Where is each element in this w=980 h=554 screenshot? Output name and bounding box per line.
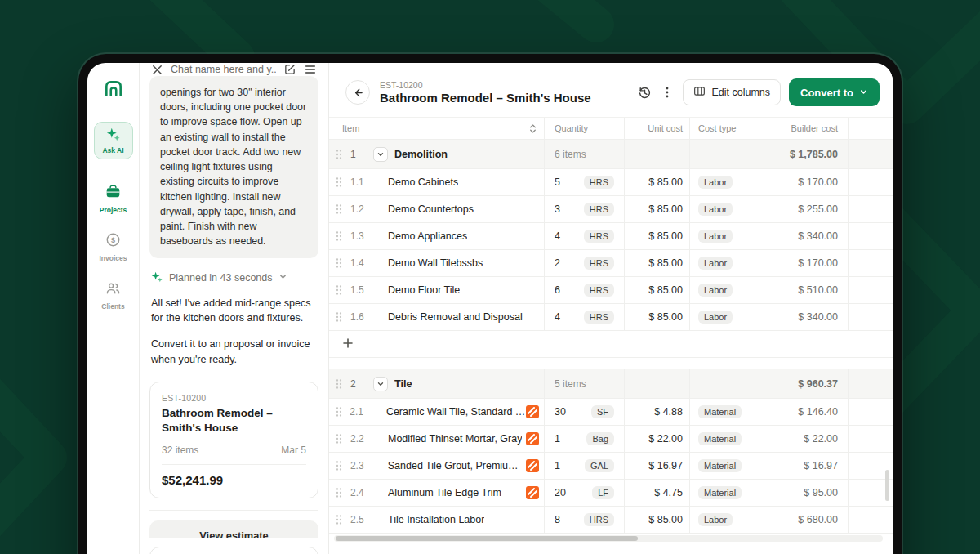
cost-type-badge[interactable]: Labor	[698, 176, 733, 189]
item-name[interactable]: Ceramic Wall Tile, Standard G…	[386, 406, 526, 418]
unit-cost-value[interactable]: $ 85.00	[648, 203, 683, 215]
unit-badge[interactable]: HRS	[584, 284, 614, 297]
vendor-icon[interactable]	[526, 459, 539, 472]
unit-cost-value[interactable]: $ 4.88	[654, 406, 683, 418]
vertical-scrollbar-thumb[interactable]	[885, 470, 889, 501]
unit-cost-value[interactable]: $ 85.00	[648, 311, 683, 323]
unit-cost-value[interactable]: $ 85.00	[648, 514, 683, 525]
view-estimate-button[interactable]: View estimate	[149, 520, 318, 538]
drag-handle-icon[interactable]	[336, 149, 347, 160]
back-button[interactable]	[345, 80, 370, 105]
cost-type-badge[interactable]: Labor	[698, 311, 733, 324]
cost-type-badge[interactable]: Material	[698, 459, 742, 472]
item-name[interactable]: Demo Cabinets	[388, 176, 458, 188]
item-name[interactable]: Demo Wall Tilebssbs	[388, 257, 483, 269]
table-row[interactable]: 2.2 Modified Thinset Mortar, Gray 1 Bag …	[329, 426, 893, 453]
sidebar-item-projects[interactable]: Projects	[100, 184, 127, 214]
vendor-icon[interactable]	[526, 486, 539, 499]
table-row[interactable]: 2.1 Ceramic Wall Tile, Standard G… 30 SF…	[329, 399, 893, 426]
convert-to-button[interactable]: Convert to	[789, 78, 880, 106]
unit-badge[interactable]: SF	[591, 405, 614, 418]
quantity-value[interactable]: 4	[555, 230, 560, 242]
cost-type-badge[interactable]: Material	[698, 486, 742, 499]
cost-type-badge[interactable]: Material	[698, 405, 742, 418]
edit-columns-button[interactable]: Edit columns	[683, 79, 781, 105]
unit-badge[interactable]: Bag	[586, 432, 614, 445]
quantity-value[interactable]: 2	[555, 257, 560, 269]
unit-badge[interactable]: LF	[592, 486, 614, 499]
drag-handle-icon[interactable]	[336, 514, 347, 525]
unit-badge[interactable]: HRS	[584, 176, 614, 189]
sidebar-item-invoices[interactable]: $ Invoices	[99, 232, 127, 262]
column-header-unit-cost[interactable]: Unit cost	[648, 123, 683, 133]
quantity-value[interactable]: 1	[555, 460, 560, 471]
drag-handle-icon[interactable]	[336, 311, 347, 323]
column-header-quantity[interactable]: Quantity	[555, 123, 588, 133]
cost-type-badge[interactable]: Labor	[698, 257, 733, 270]
drag-handle-icon[interactable]	[336, 460, 347, 471]
table-row[interactable]: 2.4 Aluminum Tile Edge Trim 20 LF $ 4.75…	[329, 480, 893, 507]
drag-handle-icon[interactable]	[336, 378, 347, 390]
table-row[interactable]: 1.4 Demo Wall Tilebssbs 2 HRS $ 85.00 La…	[329, 250, 893, 277]
vendor-icon[interactable]	[526, 405, 539, 418]
unit-badge[interactable]: HRS	[584, 311, 614, 324]
close-icon[interactable]	[151, 64, 163, 76]
column-header-item[interactable]: Item	[342, 123, 359, 133]
unit-cost-value[interactable]: $ 22.00	[648, 433, 683, 445]
item-name[interactable]: Debris Removal and Disposal	[388, 311, 523, 323]
quantity-value[interactable]: 4	[555, 311, 560, 323]
unit-badge[interactable]: GAL	[585, 459, 614, 472]
unit-cost-value[interactable]: $ 85.00	[648, 284, 683, 296]
horizontal-scrollbar[interactable]	[334, 535, 883, 542]
sidebar-item-ask-ai[interactable]: Ask AI	[94, 122, 133, 159]
table-row[interactable]: 2.5 Tile Installation Labor 8 HRS $ 85.0…	[329, 507, 893, 534]
table-row[interactable]: 2.3 Sanded Tile Grout, Premium… 1 GAL $ …	[329, 453, 893, 480]
ask-ai-input[interactable]: Ask Handoff AI	[149, 547, 318, 554]
table-row[interactable]: 1.6 Debris Removal and Disposal 4 HRS $ …	[329, 304, 893, 331]
add-item-row[interactable]	[329, 331, 893, 358]
item-name[interactable]: Aluminum Tile Edge Trim	[388, 487, 501, 498]
unit-cost-value[interactable]: $ 16.97	[648, 460, 683, 471]
cost-type-badge[interactable]: Labor	[698, 203, 733, 216]
drag-handle-icon[interactable]	[336, 406, 346, 418]
horizontal-scrollbar-thumb[interactable]	[336, 536, 638, 541]
column-header-cost-type[interactable]: Cost type	[698, 123, 736, 133]
unit-badge[interactable]: HRS	[584, 230, 614, 243]
sidebar-item-clients[interactable]: Clients	[101, 280, 124, 311]
item-name[interactable]: Tile Installation Labor	[388, 514, 484, 525]
table-row[interactable]: 1.3 Demo Appliances 4 HRS $ 85.00 Labor …	[329, 223, 893, 250]
app-logo-icon[interactable]	[103, 78, 124, 102]
quantity-value[interactable]: 3	[555, 203, 560, 215]
item-name[interactable]: Demo Countertops	[388, 203, 474, 215]
unit-badge[interactable]: HRS	[584, 257, 614, 270]
chevron-down-icon[interactable]	[278, 272, 287, 284]
unit-cost-value[interactable]: $ 85.00	[648, 230, 683, 242]
vendor-icon[interactable]	[526, 432, 539, 445]
unit-cost-value[interactable]: $ 85.00	[648, 257, 683, 269]
item-name[interactable]: Demo Floor Tile	[388, 284, 460, 296]
unit-cost-value[interactable]: $ 4.75	[654, 487, 683, 498]
unit-cost-value[interactable]: $ 85.00	[648, 176, 683, 188]
history-icon[interactable]	[638, 86, 652, 100]
table-row[interactable]: 1.5 Demo Floor Tile 6 HRS $ 85.00 Labor …	[329, 277, 893, 304]
kebab-menu-icon[interactable]	[662, 86, 673, 99]
item-name[interactable]: Demo Appliances	[388, 230, 467, 242]
item-name[interactable]: Sanded Tile Grout, Premium…	[388, 460, 526, 471]
quantity-value[interactable]: 8	[555, 514, 560, 525]
cost-type-badge[interactable]: Labor	[698, 513, 733, 526]
estimate-card[interactable]: EST-10200 Bathroom Remodel – Smith's Hou…	[149, 382, 318, 498]
unit-badge[interactable]: HRS	[584, 513, 614, 526]
table-row[interactable]: 1.2 Demo Countertops 3 HRS $ 85.00 Labor…	[329, 196, 893, 223]
drag-handle-icon[interactable]	[336, 284, 347, 296]
drag-handle-icon[interactable]	[336, 176, 347, 188]
drag-handle-icon[interactable]	[336, 203, 347, 215]
quantity-value[interactable]: 5	[555, 176, 560, 188]
menu-icon[interactable]	[304, 63, 317, 76]
column-header-builder-cost[interactable]: Builder cost	[791, 123, 838, 133]
planned-status-row[interactable]: Planned in 43 seconds	[151, 271, 317, 285]
group-header-row[interactable]: 1 Demolition 6 items $ 1,785.00	[329, 140, 893, 169]
quantity-value[interactable]: 1	[555, 433, 560, 445]
quantity-value[interactable]: 20	[555, 487, 566, 498]
cost-type-badge[interactable]: Labor	[698, 284, 733, 297]
drag-handle-icon[interactable]	[336, 257, 347, 269]
